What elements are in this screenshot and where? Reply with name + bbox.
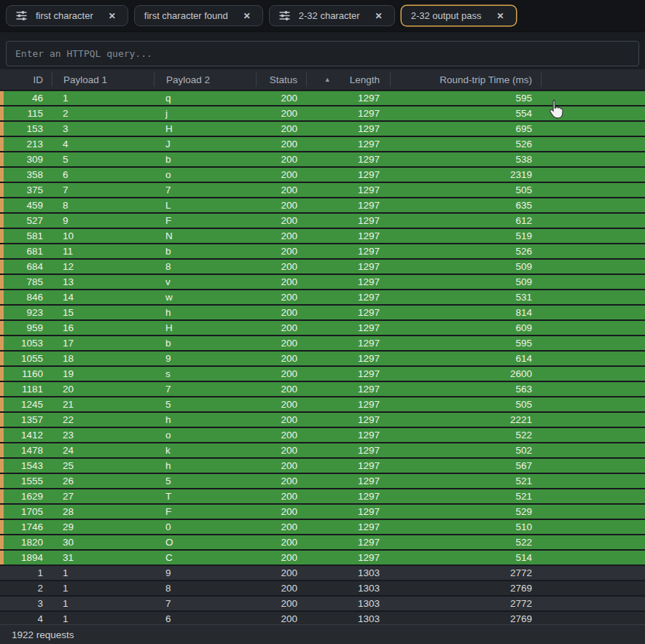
table-row[interactable]: 581 10 N 200 1297 519 bbox=[0, 228, 645, 243]
cell-payload1: 7 bbox=[52, 183, 154, 197]
table-row[interactable]: 923 15 h 200 1297 814 bbox=[0, 304, 645, 319]
cell-status: 200 bbox=[256, 244, 306, 258]
table-row[interactable]: 3 1 7 200 1303 2772 bbox=[0, 595, 645, 610]
column-header-status[interactable]: Status bbox=[256, 72, 306, 87]
table-row[interactable]: 1894 31 C 200 1297 514 bbox=[0, 549, 645, 565]
table-row[interactable]: 1181 20 7 200 1297 563 bbox=[0, 381, 645, 396]
table-row[interactable]: 1055 18 9 200 1297 614 bbox=[0, 350, 645, 365]
table-row[interactable]: 681 11 b 200 1297 526 bbox=[0, 243, 645, 258]
cell-roundtrip: 509 bbox=[390, 260, 541, 273]
table-row[interactable]: 846 14 w 200 1297 531 bbox=[0, 289, 645, 304]
column-header-id[interactable]: ID bbox=[0, 72, 52, 87]
cell-filler bbox=[541, 306, 645, 319]
table-row[interactable]: 1053 17 b 200 1297 595 bbox=[0, 335, 645, 350]
tab-first-character-found[interactable]: first character found ✕ bbox=[134, 5, 263, 26]
table-row[interactable]: 1629 27 T 200 1297 521 bbox=[0, 488, 645, 503]
cell-roundtrip: 612 bbox=[390, 214, 541, 228]
cell-status: 200 bbox=[256, 168, 306, 182]
cell-status: 200 bbox=[256, 290, 306, 304]
cell-payload2: h bbox=[154, 413, 256, 427]
cell-roundtrip: 519 bbox=[390, 229, 541, 243]
table-row[interactable]: 1160 19 s 200 1297 2600 bbox=[0, 365, 645, 381]
cell-payload1: 13 bbox=[52, 275, 154, 289]
cell-payload2: H bbox=[154, 122, 256, 136]
cell-status: 200 bbox=[256, 106, 306, 120]
cell-roundtrip: 538 bbox=[390, 152, 541, 166]
table-row[interactable]: 309 5 b 200 1297 538 bbox=[0, 151, 645, 166]
cell-payload1: 1 bbox=[52, 91, 154, 105]
close-icon[interactable]: ✕ bbox=[495, 10, 507, 22]
table-row[interactable]: 1705 28 F 200 1297 529 bbox=[0, 503, 645, 519]
table-row[interactable]: 459 8 L 200 1297 635 bbox=[0, 197, 645, 212]
cell-length: 1297 bbox=[306, 428, 390, 442]
close-icon[interactable]: ✕ bbox=[106, 10, 118, 22]
table-header: ID Payload 1 Payload 2 Status ▲ Length R… bbox=[0, 69, 645, 90]
cell-status: 200 bbox=[256, 214, 306, 228]
http-replay-app: first character ✕ first character found … bbox=[0, 0, 645, 644]
cell-filler bbox=[541, 122, 645, 136]
tab-2-32-output-pass[interactable]: 2-32 output pass ✕ bbox=[401, 5, 517, 26]
cell-filler bbox=[541, 597, 645, 610]
column-header-length-label: Length bbox=[350, 74, 380, 85]
table-row[interactable]: 785 13 v 200 1297 509 bbox=[0, 273, 645, 289]
table-row[interactable]: 375 7 7 200 1297 505 bbox=[0, 182, 645, 197]
cell-filler bbox=[541, 106, 645, 120]
cell-status: 200 bbox=[256, 443, 306, 457]
cell-payload2: h bbox=[154, 459, 256, 473]
column-header-payload1[interactable]: Payload 1 bbox=[52, 72, 154, 87]
table-row[interactable]: 2 1 8 200 1303 2769 bbox=[0, 580, 645, 595]
cell-roundtrip: 2221 bbox=[390, 413, 541, 427]
close-icon[interactable]: ✕ bbox=[241, 10, 253, 22]
cell-length: 1297 bbox=[306, 505, 390, 519]
cell-length: 1303 bbox=[306, 566, 390, 580]
column-header-length[interactable]: ▲ Length bbox=[306, 72, 390, 87]
table-row[interactable]: 1412 23 o 200 1297 522 bbox=[0, 427, 645, 442]
cell-payload2: 7 bbox=[154, 382, 256, 396]
close-icon[interactable]: ✕ bbox=[373, 10, 385, 22]
cell-status: 200 bbox=[256, 198, 306, 212]
cell-payload1: 1 bbox=[52, 597, 154, 610]
cell-payload2: 0 bbox=[154, 520, 256, 534]
column-header-payload2[interactable]: Payload 2 bbox=[154, 72, 256, 87]
table-row[interactable]: 358 6 o 200 1297 2319 bbox=[0, 166, 645, 182]
table-row[interactable]: 1357 22 h 200 1297 2221 bbox=[0, 411, 645, 427]
cell-payload2: b bbox=[154, 336, 256, 350]
table-row[interactable]: 4 1 6 200 1303 2769 bbox=[0, 610, 645, 626]
table-row[interactable]: 527 9 F 200 1297 612 bbox=[0, 212, 645, 228]
cell-length: 1303 bbox=[306, 597, 390, 610]
cell-filler bbox=[541, 91, 645, 105]
column-header-roundtrip[interactable]: Round-trip Time (ms) bbox=[390, 72, 541, 87]
table-row[interactable]: 1820 30 O 200 1297 522 bbox=[0, 534, 645, 549]
cell-status: 200 bbox=[256, 91, 306, 105]
table-row[interactable]: 1 1 9 200 1303 2772 bbox=[0, 565, 645, 580]
cell-roundtrip: 502 bbox=[390, 443, 541, 457]
table-row[interactable]: 46 1 q 200 1297 595 bbox=[0, 90, 645, 105]
cell-filler bbox=[541, 581, 645, 595]
cell-roundtrip: 2319 bbox=[390, 168, 541, 182]
cell-filler bbox=[541, 566, 645, 580]
table-row[interactable]: 959 16 H 200 1297 609 bbox=[0, 319, 645, 335]
cell-length: 1297 bbox=[306, 367, 390, 381]
cell-length: 1297 bbox=[306, 275, 390, 289]
table-row[interactable]: 1746 29 0 200 1297 510 bbox=[0, 519, 645, 534]
table-row[interactable]: 684 12 8 200 1297 509 bbox=[0, 258, 645, 273]
tab-2-32-character[interactable]: 2-32 character ✕ bbox=[269, 5, 395, 26]
table-row[interactable]: 213 4 J 200 1297 526 bbox=[0, 136, 645, 151]
table-row[interactable]: 153 3 H 200 1297 695 bbox=[0, 120, 645, 136]
cell-payload1: 10 bbox=[52, 229, 154, 243]
cell-payload1: 30 bbox=[52, 535, 154, 549]
cell-status: 200 bbox=[256, 229, 306, 243]
httpql-query-input[interactable] bbox=[6, 41, 639, 66]
cell-payload2: s bbox=[154, 367, 256, 381]
cell-payload2: j bbox=[154, 106, 256, 120]
cell-roundtrip: 526 bbox=[390, 244, 541, 258]
cell-id: 785 bbox=[0, 275, 52, 289]
table-row[interactable]: 1555 26 5 200 1297 521 bbox=[0, 473, 645, 488]
table-row[interactable]: 1245 21 5 200 1297 505 bbox=[0, 396, 645, 411]
tab-first-character[interactable]: first character ✕ bbox=[6, 5, 128, 26]
table-row[interactable]: 1478 24 k 200 1297 502 bbox=[0, 442, 645, 457]
cell-id: 1160 bbox=[0, 367, 52, 381]
cell-roundtrip: 609 bbox=[390, 321, 541, 335]
table-row[interactable]: 1543 25 h 200 1297 567 bbox=[0, 457, 645, 473]
table-row[interactable]: 115 2 j 200 1297 554 bbox=[0, 105, 645, 120]
